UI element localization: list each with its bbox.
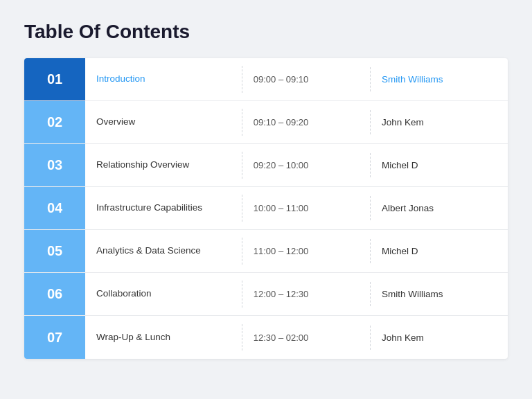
row-number: 07 <box>24 316 85 359</box>
row-time: 11:00 – 12:00 <box>242 239 371 263</box>
row-topic: Collaboration <box>85 281 242 308</box>
row-presenter: John Kem <box>371 326 508 350</box>
row-time: 10:00 – 11:00 <box>242 196 371 220</box>
row-time: 12:00 – 12:30 <box>242 282 371 306</box>
row-number: 04 <box>24 187 85 229</box>
row-presenter: Smith Williams <box>371 67 508 91</box>
row-number: 06 <box>24 273 85 315</box>
row-time: 09:10 – 09:20 <box>242 110 371 134</box>
row-presenter: Michel D <box>371 153 508 177</box>
row-topic: Relationship Overview <box>85 152 242 179</box>
table-row[interactable]: 05Analytics & Data Science11:00 – 12:00M… <box>24 230 508 273</box>
row-presenter: John Kem <box>371 110 508 134</box>
page-title: Table Of Contents <box>24 21 508 43</box>
row-topic: Infrastructure Capabilities <box>85 195 242 222</box>
row-topic: Wrap-Up & Lunch <box>85 324 242 351</box>
row-topic: Analytics & Data Science <box>85 238 242 265</box>
table-row[interactable]: 04Infrastructure Capabilities10:00 – 11:… <box>24 187 508 230</box>
row-number: 01 <box>24 58 85 100</box>
row-time: 12:30 – 02:00 <box>242 326 371 350</box>
table-row[interactable]: 02Overview09:10 – 09:20John Kem <box>24 101 508 144</box>
toc-table: 01Introduction09:00 – 09:10Smith William… <box>24 58 508 359</box>
table-row[interactable]: 01Introduction09:00 – 09:10Smith William… <box>24 58 508 101</box>
row-time: 09:20 – 10:00 <box>242 153 371 177</box>
table-row[interactable]: 06Collaboration12:00 – 12:30Smith Willia… <box>24 273 508 316</box>
row-number: 03 <box>24 144 85 186</box>
row-presenter: Albert Jonas <box>371 196 508 220</box>
row-presenter: Smith Williams <box>371 282 508 306</box>
row-presenter: Michel D <box>371 239 508 263</box>
table-row[interactable]: 03Relationship Overview09:20 – 10:00Mich… <box>24 144 508 187</box>
table-row[interactable]: 07Wrap-Up & Lunch12:30 – 02:00John Kem <box>24 316 508 359</box>
row-topic: Overview <box>85 109 242 136</box>
row-number: 05 <box>24 230 85 272</box>
row-time: 09:00 – 09:10 <box>242 67 371 91</box>
row-number: 02 <box>24 101 85 143</box>
row-topic: Introduction <box>85 66 242 93</box>
